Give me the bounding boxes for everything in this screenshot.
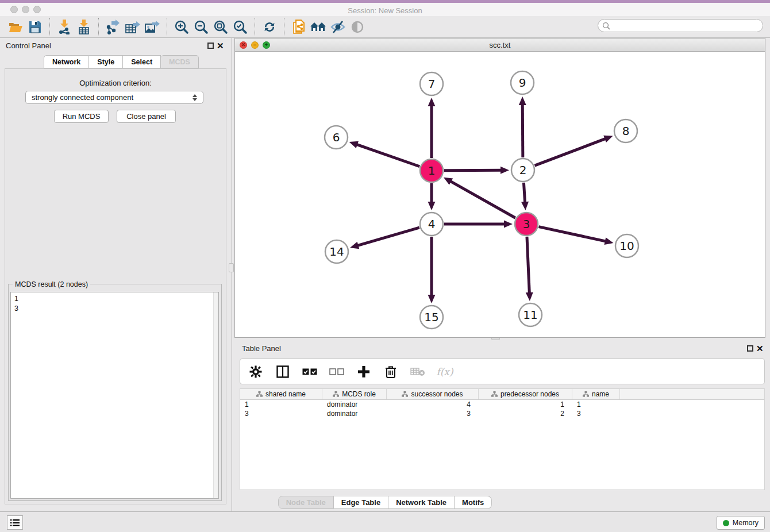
mcds-result-title: MCDS result (2 nodes) — [13, 280, 90, 288]
delete-trash-icon[interactable] — [383, 364, 398, 379]
zoom-fit-icon[interactable] — [211, 18, 230, 36]
edge-3-11 — [526, 237, 533, 301]
tab-style[interactable]: Style — [89, 55, 123, 68]
column-header-MCDS-role[interactable]: MCDS role — [322, 389, 387, 399]
export-network-icon[interactable] — [103, 18, 123, 36]
column-type-icon — [402, 391, 408, 397]
control-panel-title: Control Panel — [6, 41, 51, 50]
edge-1-2 — [444, 167, 509, 174]
table-cell: 3 — [387, 409, 479, 418]
column-type-icon — [256, 391, 263, 397]
node-9[interactable]: 9 — [511, 71, 534, 94]
node-10[interactable]: 10 — [615, 234, 638, 257]
column-type-icon — [491, 391, 498, 397]
select-value: strongly connected component — [32, 93, 133, 102]
node-7[interactable]: 7 — [420, 72, 443, 95]
import-network-icon[interactable] — [55, 18, 74, 36]
search-input[interactable] — [598, 19, 763, 32]
svg-text:9: 9 — [519, 76, 526, 90]
node-1[interactable]: 1 — [420, 159, 443, 182]
column-layout-icon[interactable] — [275, 364, 290, 379]
table-cell: 1 — [479, 400, 572, 409]
refresh-layout-icon[interactable] — [260, 18, 279, 36]
result-scrollbar[interactable] — [213, 292, 218, 498]
settings-gear-icon[interactable] — [248, 364, 263, 379]
table-row[interactable]: 1dominator411 — [240, 400, 764, 409]
column-label: MCDS role — [342, 390, 376, 398]
tab-select[interactable]: Select — [123, 55, 161, 68]
table-panel-close-icon[interactable]: ✕ — [756, 345, 764, 352]
svg-text:4: 4 — [428, 217, 436, 231]
save-icon[interactable] — [25, 18, 45, 36]
svg-text:6: 6 — [333, 130, 340, 144]
node-table[interactable]: shared nameMCDS rolesuccessor nodesprede… — [240, 388, 765, 490]
memory-label: Memory — [733, 519, 759, 527]
clone-network-icon[interactable] — [289, 18, 309, 36]
close-panel-button[interactable]: Close panel — [117, 110, 176, 123]
mcds-result-textarea[interactable]: 1 3 — [10, 292, 219, 499]
node-2[interactable]: 2 — [511, 159, 534, 182]
column-label: predecessor nodes — [500, 390, 559, 398]
task-history-button[interactable] — [7, 515, 23, 530]
column-header-predecessor-nodes[interactable]: predecessor nodes — [479, 389, 572, 399]
column-header-successor-nodes[interactable]: successor nodes — [387, 389, 479, 399]
optimization-criterion-select[interactable]: strongly connected component — [25, 91, 203, 104]
control-panel-float-icon[interactable] — [207, 43, 214, 49]
node-14[interactable]: 14 — [325, 240, 348, 263]
svg-text:2: 2 — [519, 163, 527, 177]
search-icon — [602, 22, 610, 30]
network-canvas[interactable]: 7968124314101511 — [235, 52, 765, 337]
tab-network-table[interactable]: Network Table — [388, 496, 455, 509]
column-type-icon — [333, 391, 339, 397]
svg-text:15: 15 — [424, 310, 438, 324]
tab-edge-table[interactable]: Edge Table — [334, 496, 388, 509]
deselect-all-checkboxes-icon[interactable] — [329, 364, 344, 379]
export-table-icon[interactable] — [123, 18, 143, 36]
zoom-selected-icon[interactable] — [230, 18, 250, 36]
network-window-titlebar[interactable]: ✕ − + scc.txt — [235, 38, 765, 52]
table-cell: 3 — [240, 409, 322, 418]
column-header-shared-name[interactable]: shared name — [240, 389, 322, 399]
table-panel-float-icon[interactable] — [747, 345, 753, 352]
zoom-in-icon[interactable] — [172, 18, 191, 36]
table-cell: 4 — [387, 400, 479, 409]
memory-button[interactable]: Memory — [717, 516, 765, 530]
table-panel-title: Table Panel — [242, 344, 281, 353]
select-all-checkboxes-icon[interactable] — [302, 364, 317, 379]
edge-4-14 — [350, 228, 419, 249]
column-label: shared name — [265, 390, 306, 398]
export-image-icon[interactable] — [143, 18, 162, 36]
zoom-out-icon[interactable] — [191, 18, 211, 36]
control-panel-close-icon[interactable]: ✕ — [217, 43, 224, 49]
edge-1-7 — [428, 98, 436, 158]
svg-text:8: 8 — [622, 124, 630, 138]
tab-node-table[interactable]: Node Table — [278, 496, 334, 509]
node-3[interactable]: 3 — [515, 213, 538, 236]
list-icon — [10, 519, 20, 527]
tab-network[interactable]: Network — [44, 55, 89, 68]
edge-1-4 — [428, 183, 436, 210]
home-neighbors-icon[interactable] — [309, 18, 328, 36]
select-stepper-icon — [192, 94, 197, 101]
edge-2-3 — [521, 183, 529, 210]
edge-2-8 — [535, 136, 613, 165]
node-15[interactable]: 15 — [420, 306, 443, 329]
node-8[interactable]: 8 — [614, 119, 637, 142]
add-column-plus-icon[interactable] — [356, 364, 371, 379]
run-mcds-button[interactable]: Run MCDS — [54, 110, 109, 123]
node-4[interactable]: 4 — [420, 213, 443, 236]
style-eye-icon[interactable] — [328, 18, 348, 36]
edge-4-3 — [444, 221, 513, 228]
table-cell: 2 — [479, 409, 572, 418]
column-header-name[interactable]: name — [572, 389, 620, 399]
column-type-icon — [583, 391, 589, 397]
node-11[interactable]: 11 — [519, 303, 542, 326]
table-row[interactable]: 3dominator323 — [240, 409, 764, 418]
open-folder-icon[interactable] — [6, 18, 25, 36]
node-6[interactable]: 6 — [325, 126, 348, 149]
import-table-icon[interactable] — [74, 18, 94, 36]
tab-mcds[interactable]: MCDS — [161, 55, 199, 68]
svg-text:7: 7 — [428, 77, 436, 91]
vertical-splitter-grip[interactable] — [229, 263, 234, 272]
tab-motifs[interactable]: Motifs — [455, 496, 492, 509]
